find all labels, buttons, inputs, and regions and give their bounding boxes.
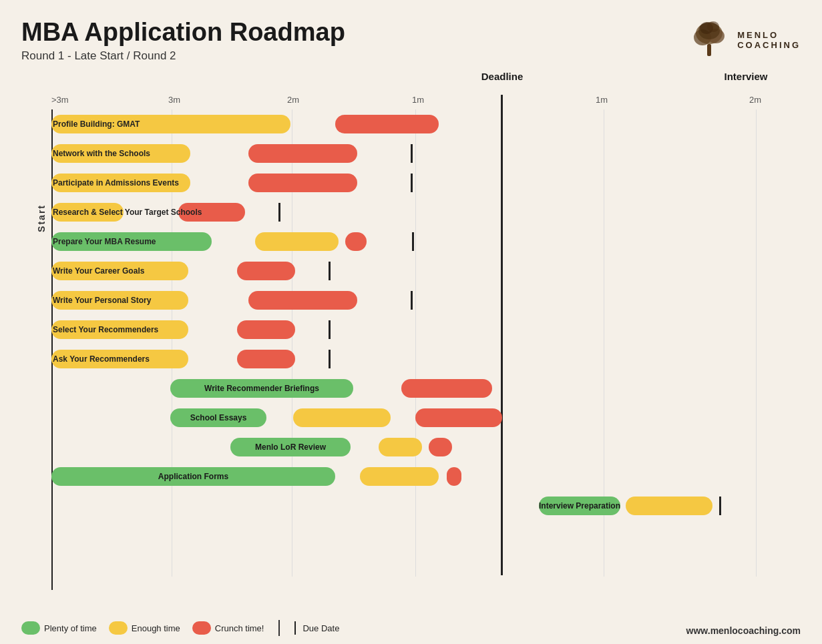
- row-label: Write Your Personal Story: [53, 296, 151, 305]
- gantt-row: Write Recommender Briefings: [51, 374, 801, 403]
- gantt-bar: [237, 262, 295, 280]
- gantt-bar: Menlo LoR Review: [230, 438, 351, 456]
- legend-dot-crunch: [192, 621, 211, 635]
- due-date-line-icon: [294, 621, 296, 635]
- legend-dot-plenty: [21, 621, 40, 635]
- axis-label-2m-after: 2m: [749, 95, 761, 105]
- gantt-row: Network with the Schools: [51, 139, 801, 168]
- row-label: Participate in Admissions Events: [53, 178, 179, 188]
- header: MBA Application Roadmap Round 1 - Late S…: [21, 19, 801, 63]
- legend-divider: [278, 620, 280, 636]
- legend-dot-enough: [109, 621, 128, 635]
- axis-label-3mplus: >3m: [51, 95, 69, 105]
- row-label: Prepare Your MBA Resume: [53, 237, 156, 246]
- due-date-tick: [411, 144, 413, 163]
- gantt-row: Write Your Personal Story: [51, 286, 801, 315]
- due-date-tick: [329, 262, 331, 280]
- gantt-bar: [626, 497, 712, 515]
- gantt-bar: [401, 379, 492, 398]
- row-label: Profile Building: GMAT: [53, 119, 140, 129]
- row-label: Ask Your Recommenders: [53, 354, 150, 364]
- logo-block: MENLO COACHING: [688, 19, 801, 61]
- title-block: MBA Application Roadmap Round 1 - Late S…: [21, 19, 345, 63]
- gantt-bar: [248, 291, 357, 310]
- axis-label-3m: 3m: [168, 95, 180, 105]
- due-date-tick: [411, 174, 413, 192]
- due-date-tick: [719, 497, 721, 515]
- legend-text-enough: Enough time: [132, 623, 180, 633]
- gantt-bar: Interview Preparation: [539, 497, 620, 515]
- logo-tree-icon: [688, 19, 731, 61]
- legend-item-duedate: Due Date: [294, 621, 339, 635]
- gantt-bar: Write Recommender Briefings: [170, 379, 353, 398]
- row-label: Research & Select Your Target Schools: [53, 208, 202, 217]
- svg-rect-6: [707, 44, 711, 56]
- gantt-row: Participate in Admissions Events: [51, 168, 801, 198]
- gantt-rows: Profile Building: GMATNetwork with the S…: [51, 109, 801, 598]
- gantt-bar: [237, 350, 295, 368]
- due-date-tick: [329, 350, 331, 368]
- interview-label: Interview: [702, 71, 789, 82]
- due-date-tick: [411, 291, 413, 310]
- legend-text-plenty: Plenty of time: [44, 623, 97, 633]
- logo-text: MENLO COACHING: [737, 30, 801, 50]
- legend-text-duedate: Due Date: [302, 623, 339, 633]
- row-label: Select Your Recommenders: [53, 325, 158, 334]
- due-date-tick: [412, 232, 414, 251]
- gantt-row: Interview Preparation: [51, 491, 801, 521]
- row-label: Write Your Career Goals: [53, 266, 144, 276]
- gantt-row: Select Your Recommenders: [51, 315, 801, 344]
- legend-text-crunch: Crunch time!: [215, 623, 264, 633]
- gantt-bar: [335, 115, 439, 133]
- legend-item-crunch: Crunch time!: [192, 621, 264, 635]
- start-label: Start: [36, 204, 47, 232]
- gantt-bar: Application Forms: [51, 467, 335, 486]
- gantt-row: Prepare Your MBA Resume: [51, 227, 801, 256]
- legend-item-plenty: Plenty of time: [21, 621, 97, 635]
- gantt-bar: [293, 408, 391, 427]
- gantt-bar: [415, 408, 502, 427]
- axis-label-1m-after: 1m: [596, 95, 608, 105]
- gantt-row: Ask Your Recommenders: [51, 344, 801, 374]
- gantt-bar: [429, 438, 452, 456]
- gantt-row: Write Your Career Goals: [51, 256, 801, 286]
- legend-item-enough: Enough time: [109, 621, 180, 635]
- main-title: MBA Application Roadmap: [21, 19, 345, 47]
- chart-area: Deadline Interview >3m 3m 2m 1m 1m 2m St…: [21, 71, 801, 598]
- gantt-row: School Essays: [51, 403, 801, 432]
- gantt-row: Application Forms: [51, 462, 801, 491]
- deadline-label: Deadline: [469, 71, 536, 82]
- gantt-bar: [345, 232, 367, 251]
- axis-label-2m: 2m: [287, 95, 299, 105]
- gantt-bar: [255, 232, 339, 251]
- subtitle: Round 1 - Late Start / Round 2: [21, 49, 345, 63]
- gantt-bar: [248, 144, 357, 163]
- website-text: www.menlocoaching.com: [686, 625, 801, 636]
- gantt-bar: [379, 438, 422, 456]
- legend: Plenty of time Enough time Crunch time! …: [21, 620, 339, 636]
- due-date-tick: [278, 203, 280, 222]
- gantt-row: Menlo LoR Review: [51, 432, 801, 462]
- svg-point-5: [707, 21, 719, 32]
- gantt-bar: [360, 467, 439, 486]
- gantt-row: Profile Building: GMAT: [51, 109, 801, 139]
- gantt-row: Research & Select Your Target Schools: [51, 198, 801, 227]
- page: MBA Application Roadmap Round 1 - Late S…: [0, 0, 822, 644]
- axis-label-1m-before: 1m: [412, 95, 424, 105]
- gantt-bar: [248, 174, 357, 192]
- gantt-bar: School Essays: [170, 408, 266, 427]
- due-date-tick: [329, 320, 331, 339]
- gantt-bar: [237, 320, 295, 339]
- row-label: Network with the Schools: [53, 149, 150, 158]
- gantt-bar: [447, 467, 461, 486]
